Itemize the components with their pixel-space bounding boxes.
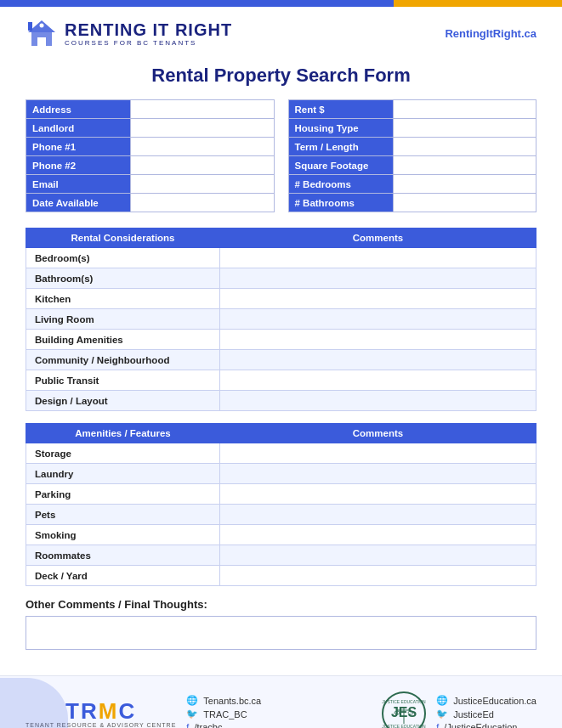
- right-info-value[interactable]: [393, 175, 536, 194]
- svg-point-4: [40, 24, 44, 28]
- consideration-row: Community / Neighbourhood: [26, 350, 536, 370]
- amenity-row: Smoking: [26, 525, 536, 545]
- amenity-comment[interactable]: [220, 505, 536, 525]
- consideration-row: Public Transit: [26, 370, 536, 391]
- left-info-value[interactable]: [131, 100, 274, 119]
- left-info-label: Landlord: [26, 119, 131, 138]
- amenity-row: Roommates: [26, 545, 536, 566]
- right-info-value[interactable]: [393, 138, 536, 156]
- link-icon: 🐦: [186, 708, 198, 720]
- link-icon: f: [436, 722, 439, 728]
- consideration-label: Bathroom(s): [26, 268, 220, 289]
- consideration-label: Bedroom(s): [26, 248, 220, 268]
- left-info-row: Landlord: [26, 119, 275, 138]
- svg-text:JUSTICE EDUCATION: JUSTICE EDUCATION: [383, 724, 427, 728]
- consideration-row: Kitchen: [26, 289, 536, 309]
- footer-right: JES JUSTICE EDUCATION JUSTICE EDUCATION …: [382, 691, 536, 728]
- link-text: JusticeEd: [453, 709, 494, 720]
- consideration-row: Living Room: [26, 309, 536, 330]
- consideration-label: Public Transit: [26, 370, 220, 391]
- link-text: TRAC_BC: [203, 709, 247, 720]
- right-info-row: Housing Type: [288, 119, 536, 138]
- amenity-comment[interactable]: [220, 566, 536, 586]
- amenity-comment[interactable]: [220, 525, 536, 545]
- amenity-label: Smoking: [26, 525, 220, 545]
- consideration-row: Bedroom(s): [26, 248, 536, 268]
- left-info-row: Phone #2: [26, 156, 275, 175]
- amenity-label: Pets: [26, 505, 220, 525]
- link-icon: 🐦: [436, 708, 448, 720]
- page-title: Rental Property Search Form: [0, 56, 562, 99]
- consideration-comment[interactable]: [220, 350, 536, 370]
- consideration-comment[interactable]: [220, 248, 536, 268]
- consideration-comment[interactable]: [220, 289, 536, 309]
- header: RENTING IT RIGHT COURSES FOR BC TENANTS …: [0, 7, 562, 56]
- link-text: /tracbc: [194, 722, 222, 728]
- left-info-label: Date Available: [26, 194, 131, 212]
- consideration-comment[interactable]: [220, 268, 536, 289]
- consideration-comment[interactable]: [220, 330, 536, 350]
- link-text: /JusticeEducation: [444, 722, 517, 728]
- amenity-comment[interactable]: [220, 484, 536, 505]
- amenity-comment[interactable]: [220, 545, 536, 566]
- jes-links: 🌐JusticeEducation.ca🐦JusticeEdf/JusticeE…: [436, 695, 536, 728]
- left-info-table: AddressLandlordPhone #1Phone #2EmailDate…: [26, 99, 275, 212]
- right-info-value[interactable]: [393, 194, 536, 212]
- right-info-label: Term / Length: [288, 138, 393, 156]
- link-text: Tenants.bc.ca: [203, 696, 261, 706]
- top-bar-blue: [0, 0, 394, 7]
- consideration-comment[interactable]: [220, 370, 536, 391]
- consideration-label: Kitchen: [26, 289, 220, 309]
- right-info-label: # Bathrooms: [288, 194, 393, 212]
- right-info-row: Term / Length: [288, 138, 536, 156]
- left-info-value[interactable]: [131, 194, 274, 212]
- left-info-label: Phone #2: [26, 156, 131, 175]
- svg-rect-3: [28, 22, 32, 31]
- right-info-row: Rent $: [288, 100, 536, 119]
- amenity-label: Roommates: [26, 545, 220, 566]
- logo-subtitle: COURSES FOR BC TENANTS: [65, 39, 232, 47]
- amenity-label: Parking: [26, 484, 220, 505]
- consideration-label: Building Amenities: [26, 330, 220, 350]
- consideration-row: Building Amenities: [26, 330, 536, 350]
- trac-link-row: 🌐Tenants.bc.ca: [186, 695, 261, 706]
- right-info-row: Square Footage: [288, 156, 536, 175]
- left-info-value[interactable]: [131, 119, 274, 138]
- main-content: AddressLandlordPhone #1Phone #2EmailDate…: [0, 99, 562, 650]
- consideration-comment[interactable]: [220, 309, 536, 330]
- top-accent-bar: [0, 0, 562, 7]
- left-info-label: Phone #1: [26, 138, 131, 156]
- left-info-value[interactable]: [131, 175, 274, 194]
- amenity-label: Laundry: [26, 464, 220, 484]
- trac-link-row: f/tracbc: [186, 722, 261, 728]
- jes-link-row: f/JusticeEducation: [436, 722, 536, 728]
- left-info-row: Email: [26, 175, 275, 194]
- right-info-value[interactable]: [393, 119, 536, 138]
- amenity-row: Storage: [26, 443, 536, 464]
- logo-area: RENTING IT RIGHT COURSES FOR BC TENANTS: [26, 17, 232, 49]
- left-info-value[interactable]: [131, 138, 274, 156]
- amenity-label: Storage: [26, 443, 220, 464]
- top-bar-orange: [394, 0, 562, 7]
- left-info-value[interactable]: [131, 156, 274, 175]
- consideration-row: Design / Layout: [26, 391, 536, 411]
- amenities-col2-header: Comments: [220, 424, 536, 443]
- consideration-comment[interactable]: [220, 391, 536, 411]
- footer-blob: [0, 678, 68, 728]
- other-comments-box[interactable]: [26, 616, 536, 650]
- amenity-comment[interactable]: [220, 443, 536, 464]
- considerations-col1-header: Rental Considerations: [26, 229, 220, 248]
- amenity-comment[interactable]: [220, 464, 536, 484]
- consideration-label: Community / Neighbourhood: [26, 350, 220, 370]
- amenities-col1-header: Amenities / Features: [26, 424, 220, 443]
- consideration-label: Living Room: [26, 309, 220, 330]
- logo-icon: [26, 17, 58, 49]
- right-info-table: Rent $Housing TypeTerm / LengthSquare Fo…: [288, 99, 537, 212]
- svg-text:JUSTICE EDUCATION: JUSTICE EDUCATION: [383, 699, 427, 704]
- amenities-table: Amenities / Features Comments StorageLau…: [26, 423, 536, 586]
- right-info-value[interactable]: [393, 156, 536, 175]
- right-info-label: Square Footage: [288, 156, 393, 175]
- link-icon: 🌐: [186, 695, 198, 706]
- trac-links: 🌐Tenants.bc.ca🐦TRAC_BCf/tracbc: [186, 695, 261, 728]
- right-info-value[interactable]: [393, 100, 536, 119]
